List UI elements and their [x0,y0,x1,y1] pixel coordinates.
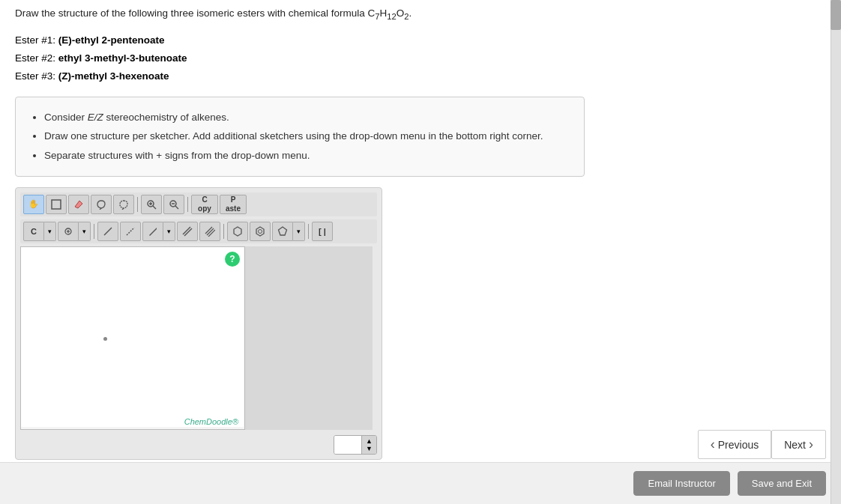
zoom-in-tool[interactable] [141,195,162,214]
navigation: ‹ Previous Next › [698,430,826,459]
hexagon-ring2-tool[interactable] [250,222,271,241]
ester-2-name: ethyl 3-methyl-3-butenoate [58,52,187,64]
previous-label: Previous [718,439,759,451]
ester-list: Ester #1: (E)-ethyl 2-pentenoate Ester #… [15,31,802,86]
add-sketcher-dropdown[interactable]: ▲▼ [334,435,377,455]
next-label: Next [784,439,806,451]
hint-1: Consider E/Z stereochemistry of alkenes. [44,108,570,127]
atom-btn-group: ▾ [58,222,91,241]
canvas-right-panel [245,246,373,430]
triple-bond-tool[interactable] [199,222,220,241]
canvas-wrapper: ? ChemDoodle® [20,246,245,430]
atom-tool[interactable] [58,222,79,241]
lasso2-tool[interactable] [113,195,134,214]
footer-bar: Email Instructor Save and Exit [0,462,841,504]
drawing-canvas[interactable]: ? ChemDoodle® [20,246,245,430]
svg-marker-21 [279,227,287,235]
svg-line-11 [104,228,112,235]
chevron-left-icon: ‹ [711,437,715,452]
svg-rect-0 [52,200,61,209]
paste-tool[interactable]: Paste [220,195,247,214]
ester-3-name: (Z)-methyl 3-hexenoate [58,70,169,82]
canvas-dot [103,337,107,341]
scrollbar[interactable] [831,0,841,504]
select-tool[interactable] [46,195,67,214]
bold-bond-group: ▾ [142,222,175,241]
hand-tool[interactable]: ✋ [23,195,44,214]
pent-ring-group: ▾ [272,222,305,241]
double-bond-tool[interactable] [177,222,198,241]
sketcher-container: ✋ Copy Paste [15,187,382,460]
svg-line-4 [153,206,156,209]
ester-1-name: (E)-ethyl 2-pentenoate [58,34,165,46]
svg-line-12 [127,228,134,235]
bold-bond-tool[interactable] [142,222,163,241]
ester-2: Ester #2: ethyl 3-methyl-3-butenoate [15,49,802,67]
lasso-tool[interactable] [91,195,112,214]
previous-button[interactable]: ‹ Previous [698,430,771,459]
canvas-inner [21,247,244,427]
erase-tool[interactable] [68,195,89,214]
svg-line-7 [175,206,178,209]
toolbar-row2: C ▾ ▾ ▾ [20,219,377,243]
zoom-out-tool[interactable] [163,195,184,214]
dashed-bond-tool[interactable] [120,222,141,241]
sketcher-bottom: ▲▼ [20,435,377,455]
hint-2: Draw one structure per sketcher. Add add… [44,127,570,146]
svg-marker-18 [234,227,241,236]
bracket-tool[interactable]: [ | [312,222,333,241]
pentagon-ring-tool[interactable] [272,222,293,241]
atom-dropdown[interactable]: ▾ [79,222,91,241]
svg-marker-19 [256,227,264,236]
question-text: Draw the structure of the following thre… [15,7,802,21]
bold-bond-dropdown[interactable]: ▾ [163,222,175,241]
chemdoodle-watermark: ChemDoodle® [184,417,238,426]
chevron-right-icon: › [809,437,813,452]
single-bond-tool[interactable] [97,222,118,241]
svg-line-15 [205,227,212,234]
save-exit-button[interactable]: Save and Exit [738,471,826,496]
next-button[interactable]: Next › [771,430,826,459]
hint-box: Consider E/Z stereochemistry of alkenes.… [15,97,585,177]
help-button[interactable]: ? [225,252,240,267]
toolbar-row1: ✋ Copy Paste [20,192,377,216]
dropdown-text [334,436,361,454]
svg-point-20 [259,229,262,233]
svg-line-16 [207,228,214,235]
hint-3: Separate structures with + signs from th… [44,146,570,166]
ring-dropdown[interactable]: ▾ [293,222,305,241]
email-instructor-button[interactable]: Email Instructor [633,471,729,496]
scrollbar-thumb[interactable] [831,0,841,30]
dropdown-arrow[interactable]: ▲▼ [361,436,376,454]
ester-1: Ester #1: (E)-ethyl 2-pentenoate [15,31,802,49]
hexagon-ring-tool[interactable] [227,222,248,241]
carbon-dropdown[interactable]: ▾ [44,222,56,241]
copy-tool[interactable]: Copy [191,195,218,214]
svg-line-17 [208,230,215,237]
carbon-btn-group: C ▾ [23,222,56,241]
ester-3: Ester #3: (Z)-methyl 3-hexenoate [15,67,802,85]
carbon-tool[interactable]: C [23,222,44,241]
